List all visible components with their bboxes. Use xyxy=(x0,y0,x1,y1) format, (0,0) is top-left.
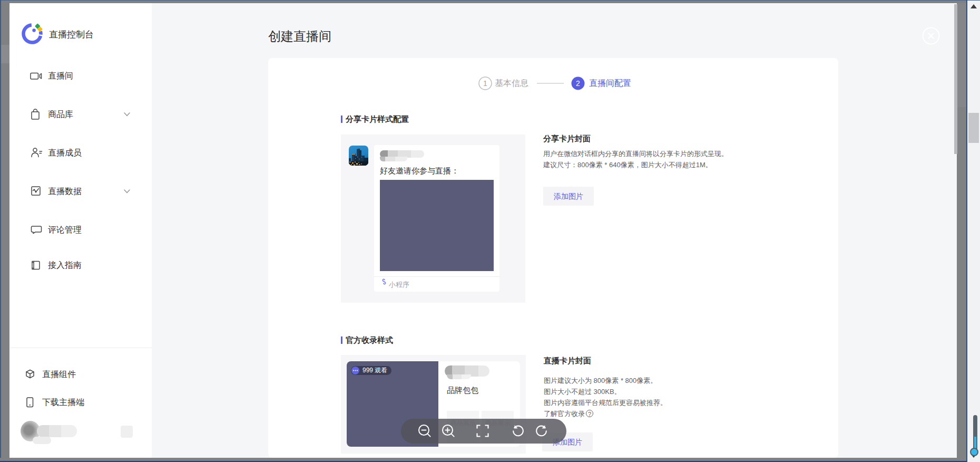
svg-text:1: 1 xyxy=(483,79,487,88)
svg-text:2: 2 xyxy=(576,79,580,88)
